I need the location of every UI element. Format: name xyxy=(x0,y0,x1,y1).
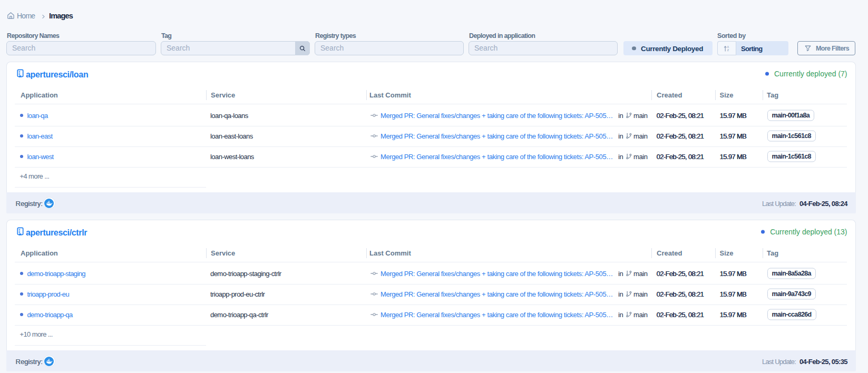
svg-text:Z: Z xyxy=(727,48,729,52)
svg-text:A: A xyxy=(727,45,729,48)
